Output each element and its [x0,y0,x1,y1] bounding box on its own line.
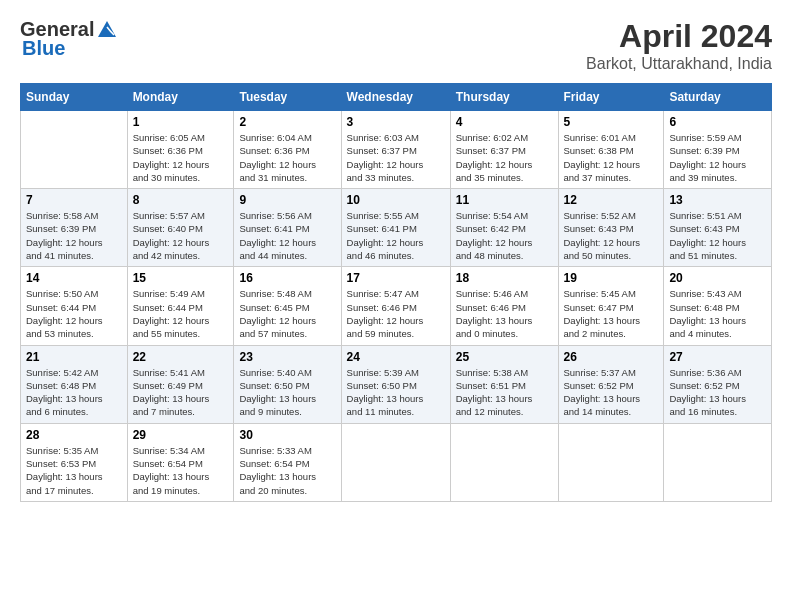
day-info: Sunrise: 5:38 AMSunset: 6:51 PMDaylight:… [456,366,553,419]
day-number: 6 [669,115,766,129]
calendar-cell: 13Sunrise: 5:51 AMSunset: 6:43 PMDayligh… [664,189,772,267]
calendar-cell: 29Sunrise: 5:34 AMSunset: 6:54 PMDayligh… [127,423,234,501]
day-info: Sunrise: 6:03 AMSunset: 6:37 PMDaylight:… [347,131,445,184]
calendar-week-1: 1Sunrise: 6:05 AMSunset: 6:36 PMDaylight… [21,111,772,189]
calendar-cell: 4Sunrise: 6:02 AMSunset: 6:37 PMDaylight… [450,111,558,189]
day-number: 10 [347,193,445,207]
day-number: 29 [133,428,229,442]
calendar-cell: 3Sunrise: 6:03 AMSunset: 6:37 PMDaylight… [341,111,450,189]
day-info: Sunrise: 5:51 AMSunset: 6:43 PMDaylight:… [669,209,766,262]
day-info: Sunrise: 5:56 AMSunset: 6:41 PMDaylight:… [239,209,335,262]
day-info: Sunrise: 5:48 AMSunset: 6:45 PMDaylight:… [239,287,335,340]
logo: General Blue [20,18,118,60]
calendar-cell [664,423,772,501]
calendar-cell: 11Sunrise: 5:54 AMSunset: 6:42 PMDayligh… [450,189,558,267]
col-saturday: Saturday [664,84,772,111]
calendar-cell: 15Sunrise: 5:49 AMSunset: 6:44 PMDayligh… [127,267,234,345]
calendar-cell: 19Sunrise: 5:45 AMSunset: 6:47 PMDayligh… [558,267,664,345]
calendar-cell [21,111,128,189]
calendar-cell: 23Sunrise: 5:40 AMSunset: 6:50 PMDayligh… [234,345,341,423]
calendar-location: Barkot, Uttarakhand, India [586,55,772,73]
day-number: 20 [669,271,766,285]
day-number: 8 [133,193,229,207]
calendar-cell [341,423,450,501]
calendar-cell: 6Sunrise: 5:59 AMSunset: 6:39 PMDaylight… [664,111,772,189]
day-number: 21 [26,350,122,364]
col-friday: Friday [558,84,664,111]
day-number: 22 [133,350,229,364]
day-info: Sunrise: 5:42 AMSunset: 6:48 PMDaylight:… [26,366,122,419]
header: General Blue April 2024 Barkot, Uttarakh… [20,18,772,73]
calendar-cell: 2Sunrise: 6:04 AMSunset: 6:36 PMDaylight… [234,111,341,189]
day-number: 7 [26,193,122,207]
calendar-cell: 10Sunrise: 5:55 AMSunset: 6:41 PMDayligh… [341,189,450,267]
calendar-cell: 20Sunrise: 5:43 AMSunset: 6:48 PMDayligh… [664,267,772,345]
day-info: Sunrise: 5:58 AMSunset: 6:39 PMDaylight:… [26,209,122,262]
day-number: 16 [239,271,335,285]
day-info: Sunrise: 5:50 AMSunset: 6:44 PMDaylight:… [26,287,122,340]
day-number: 26 [564,350,659,364]
col-wednesday: Wednesday [341,84,450,111]
calendar-cell: 8Sunrise: 5:57 AMSunset: 6:40 PMDaylight… [127,189,234,267]
day-number: 15 [133,271,229,285]
title-block: April 2024 Barkot, Uttarakhand, India [586,18,772,73]
calendar-week-3: 14Sunrise: 5:50 AMSunset: 6:44 PMDayligh… [21,267,772,345]
calendar-table: Sunday Monday Tuesday Wednesday Thursday… [20,83,772,502]
calendar-cell: 5Sunrise: 6:01 AMSunset: 6:38 PMDaylight… [558,111,664,189]
day-number: 12 [564,193,659,207]
day-info: Sunrise: 5:43 AMSunset: 6:48 PMDaylight:… [669,287,766,340]
calendar-title: April 2024 [586,18,772,55]
calendar-cell: 30Sunrise: 5:33 AMSunset: 6:54 PMDayligh… [234,423,341,501]
day-info: Sunrise: 5:35 AMSunset: 6:53 PMDaylight:… [26,444,122,497]
calendar-cell: 25Sunrise: 5:38 AMSunset: 6:51 PMDayligh… [450,345,558,423]
day-info: Sunrise: 5:54 AMSunset: 6:42 PMDaylight:… [456,209,553,262]
calendar-cell: 24Sunrise: 5:39 AMSunset: 6:50 PMDayligh… [341,345,450,423]
day-number: 4 [456,115,553,129]
day-number: 1 [133,115,229,129]
calendar-week-4: 21Sunrise: 5:42 AMSunset: 6:48 PMDayligh… [21,345,772,423]
day-number: 28 [26,428,122,442]
calendar-cell: 18Sunrise: 5:46 AMSunset: 6:46 PMDayligh… [450,267,558,345]
day-number: 27 [669,350,766,364]
calendar-cell: 12Sunrise: 5:52 AMSunset: 6:43 PMDayligh… [558,189,664,267]
day-number: 14 [26,271,122,285]
calendar-cell [558,423,664,501]
day-info: Sunrise: 5:47 AMSunset: 6:46 PMDaylight:… [347,287,445,340]
calendar-cell [450,423,558,501]
col-sunday: Sunday [21,84,128,111]
calendar-cell: 21Sunrise: 5:42 AMSunset: 6:48 PMDayligh… [21,345,128,423]
calendar-week-5: 28Sunrise: 5:35 AMSunset: 6:53 PMDayligh… [21,423,772,501]
day-number: 23 [239,350,335,364]
calendar-cell: 7Sunrise: 5:58 AMSunset: 6:39 PMDaylight… [21,189,128,267]
day-info: Sunrise: 5:41 AMSunset: 6:49 PMDaylight:… [133,366,229,419]
day-info: Sunrise: 5:36 AMSunset: 6:52 PMDaylight:… [669,366,766,419]
day-info: Sunrise: 5:40 AMSunset: 6:50 PMDaylight:… [239,366,335,419]
day-info: Sunrise: 5:52 AMSunset: 6:43 PMDaylight:… [564,209,659,262]
day-number: 11 [456,193,553,207]
day-number: 9 [239,193,335,207]
day-info: Sunrise: 6:05 AMSunset: 6:36 PMDaylight:… [133,131,229,184]
day-number: 2 [239,115,335,129]
day-info: Sunrise: 5:33 AMSunset: 6:54 PMDaylight:… [239,444,335,497]
day-info: Sunrise: 5:46 AMSunset: 6:46 PMDaylight:… [456,287,553,340]
logo-blue-text: Blue [22,37,65,60]
calendar-cell: 28Sunrise: 5:35 AMSunset: 6:53 PMDayligh… [21,423,128,501]
day-number: 3 [347,115,445,129]
day-number: 30 [239,428,335,442]
day-info: Sunrise: 5:45 AMSunset: 6:47 PMDaylight:… [564,287,659,340]
calendar-cell: 16Sunrise: 5:48 AMSunset: 6:45 PMDayligh… [234,267,341,345]
day-number: 25 [456,350,553,364]
day-number: 13 [669,193,766,207]
logo-icon [96,19,118,41]
day-info: Sunrise: 5:39 AMSunset: 6:50 PMDaylight:… [347,366,445,419]
calendar-cell: 27Sunrise: 5:36 AMSunset: 6:52 PMDayligh… [664,345,772,423]
day-info: Sunrise: 5:55 AMSunset: 6:41 PMDaylight:… [347,209,445,262]
col-thursday: Thursday [450,84,558,111]
day-number: 24 [347,350,445,364]
calendar-cell: 17Sunrise: 5:47 AMSunset: 6:46 PMDayligh… [341,267,450,345]
calendar-cell: 14Sunrise: 5:50 AMSunset: 6:44 PMDayligh… [21,267,128,345]
day-number: 19 [564,271,659,285]
calendar-week-2: 7Sunrise: 5:58 AMSunset: 6:39 PMDaylight… [21,189,772,267]
day-info: Sunrise: 6:02 AMSunset: 6:37 PMDaylight:… [456,131,553,184]
day-info: Sunrise: 5:57 AMSunset: 6:40 PMDaylight:… [133,209,229,262]
